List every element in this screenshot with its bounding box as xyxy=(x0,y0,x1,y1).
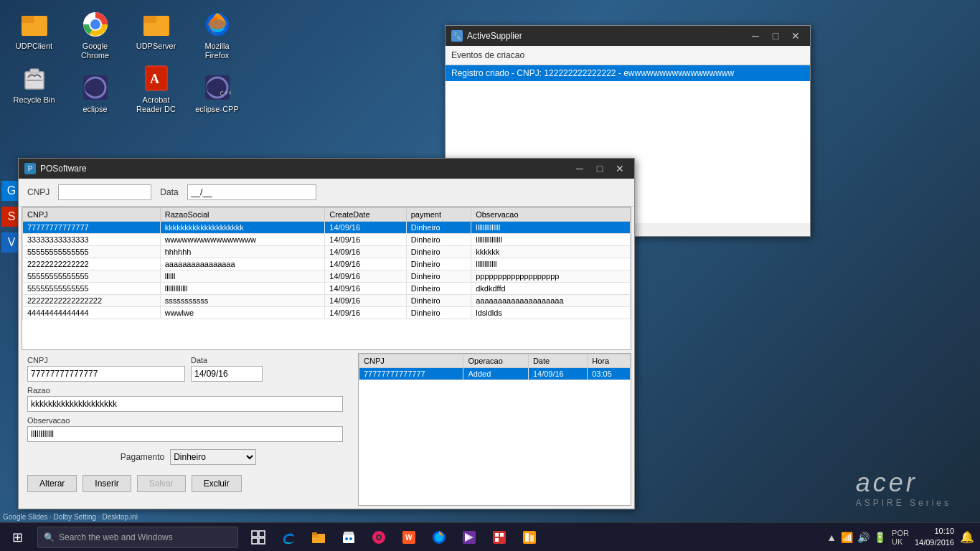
posoftware-titlebar[interactable]: P POSoftware ─ □ ✕ xyxy=(19,159,634,179)
vs-task-btn[interactable] xyxy=(455,523,484,552)
media-task-btn[interactable] xyxy=(364,523,393,552)
salvar-button[interactable]: Salvar xyxy=(137,475,186,492)
taskbar-bottom-label: Google Slides · Dolby Setting · Desktop.… xyxy=(3,513,138,521)
obs-label: Observacao xyxy=(27,416,349,425)
cell-payment: Dinheiro xyxy=(406,234,471,246)
po-close-btn[interactable]: ✕ xyxy=(611,161,628,176)
cell-obs: lllllllllllllll xyxy=(471,234,631,246)
udpclient-icon xyxy=(20,10,49,39)
inserir-button[interactable]: Inserir xyxy=(83,475,131,492)
svg-rect-44 xyxy=(523,531,536,544)
main-table-container[interactable]: CNPJ RazaoSocial CreateDate payment Obse… xyxy=(22,207,631,350)
desktop-icon-eclipse[interactable]: eclipse xyxy=(68,70,122,117)
top-form: CNPJ Data xyxy=(19,179,634,207)
tool3-task-btn[interactable] xyxy=(515,523,544,552)
firefox-task-btn[interactable] xyxy=(425,523,453,552)
tool1-task-btn[interactable]: W xyxy=(395,523,423,552)
clock[interactable]: 10:10 14/09/2016 xyxy=(915,526,954,548)
cell-cnpj: 44444444444444 xyxy=(23,307,161,319)
svg-point-5 xyxy=(90,19,100,29)
cell-razao: wwwwwwwwwwwwwwww xyxy=(160,234,325,246)
cell-razao: hhhhhh xyxy=(160,246,325,258)
log-cell-op: Added xyxy=(463,368,528,380)
as-restore-btn[interactable]: □ xyxy=(767,29,784,43)
svg-point-18 xyxy=(207,80,221,95)
table-row[interactable]: 44444444444444 wwwlwe 14/09/16 Dinheiro … xyxy=(23,307,631,319)
posoftware-controls: ─ □ ✕ xyxy=(571,161,628,176)
system-tray: ▲ 📶 🔊 🔋 xyxy=(826,532,886,543)
razao-group: Razao xyxy=(27,386,349,412)
po-restore-btn[interactable]: □ xyxy=(591,161,608,176)
eclipse-icon xyxy=(81,73,110,102)
log-row[interactable]: 77777777777777 Added 14/09/16 03:05 xyxy=(359,368,631,380)
po-minimize-btn[interactable]: ─ xyxy=(571,161,588,176)
svg-rect-43 xyxy=(495,538,499,542)
svg-rect-1 xyxy=(22,16,34,23)
as-close-btn[interactable]: ✕ xyxy=(787,29,804,43)
as-list-item[interactable]: Registro criado - CNPJ: 122222222222222 … xyxy=(446,65,810,81)
obs-input[interactable] xyxy=(27,426,343,442)
log-table-container[interactable]: CNPJ Operacao Date Hora 77777777777777 A… xyxy=(358,353,631,506)
explorer-task-btn[interactable] xyxy=(304,523,333,552)
cell-payment: Dinheiro xyxy=(406,246,471,258)
log-col-cnpj: CNPJ xyxy=(359,354,463,368)
volume-icon[interactable]: 🔊 xyxy=(857,532,870,543)
chrome-icon xyxy=(81,10,110,39)
desktop-icon-udpclient[interactable]: UDPClient xyxy=(7,7,61,54)
table-row[interactable]: 77777777777777 kkkkkkkkkkkkkkkkkkkk 14/0… xyxy=(23,222,631,234)
active-supplier-titlebar[interactable]: 🔧 ActiveSupplier ─ □ ✕ xyxy=(446,26,810,46)
tray-arrow[interactable]: ▲ xyxy=(826,532,837,543)
col-razao: RazaoSocial xyxy=(160,208,325,222)
network-icon[interactable]: 📶 xyxy=(841,532,853,543)
tool2-task-btn[interactable] xyxy=(485,523,514,552)
table-row[interactable]: 22222222222222 aaaaaaaaaaaaaaaa 14/09/16… xyxy=(23,258,631,270)
table-row[interactable]: 55555555555555 llllll 14/09/16 Dinheiro … xyxy=(23,270,631,283)
active-supplier-title: ActiveSupplier xyxy=(467,31,747,41)
pagamento-select[interactable]: Dinheiro Cartão Boleto xyxy=(170,449,256,465)
table-row[interactable]: 22222222222222222 sssssssssss 14/09/16 D… xyxy=(23,295,631,307)
start-button[interactable]: ⊞ xyxy=(0,523,34,552)
cell-date: 14/09/16 xyxy=(325,270,406,283)
excluir-button[interactable]: Excluir xyxy=(192,475,242,492)
main-table-header-row: CNPJ RazaoSocial CreateDate payment Obse… xyxy=(23,208,631,222)
desktop-icon-recycle[interactable]: Recycle Bin xyxy=(7,61,61,108)
cnpj-top-input[interactable] xyxy=(58,184,151,200)
razao-input[interactable] xyxy=(27,396,343,412)
svg-rect-23 xyxy=(259,538,265,544)
recycle-icon xyxy=(20,64,49,93)
eclipse-cpp-icon: c++ xyxy=(203,73,232,102)
cnpj-detail-label: CNPJ xyxy=(27,356,185,364)
desktop-icon-firefox[interactable]: Mozilla Firefox xyxy=(190,7,244,63)
task-view-btn[interactable] xyxy=(244,523,273,552)
log-table: CNPJ Operacao Date Hora 77777777777777 A… xyxy=(359,354,631,380)
firefox-icon xyxy=(203,10,232,39)
cell-cnpj: 55555555555555 xyxy=(23,270,161,283)
table-row[interactable]: 33333333333333 wwwwwwwwwwwwwwww 14/09/16… xyxy=(23,234,631,246)
desktop-icon-chrome[interactable]: Google Chrome xyxy=(68,7,122,63)
alterar-button[interactable]: Alterar xyxy=(27,475,77,492)
table-row[interactable]: 55555555555555 hhhhhh 14/09/16 Dinheiro … xyxy=(23,246,631,258)
data-top-input[interactable] xyxy=(187,184,316,200)
data-detail-input[interactable] xyxy=(191,366,263,382)
cell-razao: llllll xyxy=(160,270,325,283)
data-group: Data xyxy=(191,356,263,382)
cell-obs: llllllllllllll xyxy=(471,222,631,234)
taskbar-search[interactable]: 🔍 Search the web and Windows xyxy=(37,527,238,548)
edge-task-btn[interactable] xyxy=(274,523,303,552)
acrobat-icon: A xyxy=(142,64,171,93)
log-table-body: 77777777777777 Added 14/09/16 03:05 xyxy=(359,368,631,380)
cell-cnpj: 77777777777777 xyxy=(23,222,161,234)
notification-btn[interactable]: 🔔 xyxy=(960,530,974,544)
obs-group: Observacao xyxy=(27,416,349,442)
table-row[interactable]: 55555555555555 lllllllllllll 14/09/16 Di… xyxy=(23,283,631,295)
cell-date: 14/09/16 xyxy=(325,222,406,234)
cnpj-detail-input[interactable] xyxy=(27,366,185,382)
as-minimize-btn[interactable]: ─ xyxy=(747,29,764,43)
recycle-label: Recycle Bin xyxy=(13,95,55,105)
store-task-btn[interactable] xyxy=(334,523,363,552)
bottom-section: CNPJ Data Razao Observacao xyxy=(19,350,634,509)
desktop-icon-eclipse-cpp[interactable]: c++ eclipse-CPP xyxy=(190,70,244,117)
cell-date: 14/09/16 xyxy=(325,295,406,307)
desktop-icon-udpserver[interactable]: UDPServer xyxy=(129,7,183,54)
desktop-icon-acrobat[interactable]: A Acrobat Reader DC xyxy=(129,61,183,117)
